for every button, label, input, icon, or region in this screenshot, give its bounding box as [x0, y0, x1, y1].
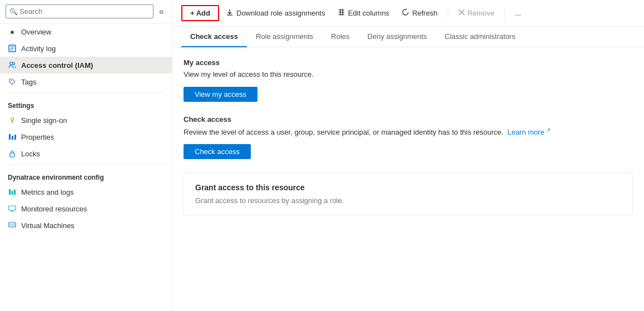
- learn-more-link[interactable]: Learn more ↗: [507, 128, 550, 136]
- check-access-button[interactable]: Check access: [184, 144, 251, 159]
- metrics-logs-icon: [8, 187, 17, 196]
- edit-columns-label: Edit columns: [348, 9, 389, 17]
- svg-rect-17: [10, 224, 14, 226]
- check-access-section: Check access Review the level of access …: [184, 115, 633, 160]
- tab-role-assignments[interactable]: Role assignments: [247, 27, 322, 47]
- overview-icon: ●: [8, 27, 17, 36]
- sidebar-item-activity-log[interactable]: Activity log: [0, 40, 172, 57]
- grant-access-box: Grant access to this resource Grant acce…: [184, 172, 633, 215]
- download-icon: [226, 8, 234, 18]
- toolbar: + Add Download role assignments Edit col…: [172, 0, 644, 27]
- svg-point-4: [10, 62, 13, 65]
- sidebar-item-properties[interactable]: Properties: [0, 129, 172, 145]
- edit-columns-button[interactable]: Edit columns: [332, 6, 395, 21]
- svg-point-5: [13, 62, 15, 65]
- activity-log-icon: [8, 44, 17, 53]
- my-access-description: View my level of access to this resource…: [184, 69, 633, 80]
- grant-access-title: Grant access to this resource: [195, 183, 621, 192]
- search-icon: 🔍: [9, 8, 18, 16]
- sidebar-item-label: Metrics and logs: [21, 188, 74, 196]
- svg-rect-12: [9, 189, 11, 195]
- sidebar-item-label: Single sign-on: [21, 116, 67, 125]
- tab-check-access[interactable]: Check access: [181, 27, 247, 47]
- tab-classic-administrators[interactable]: Classic administrators: [436, 27, 524, 47]
- sidebar-item-label: Overview: [21, 28, 51, 36]
- properties-icon: [8, 132, 17, 141]
- settings-divider: [8, 92, 164, 93]
- edit-columns-icon: [338, 8, 345, 18]
- sidebar-item-locks[interactable]: Locks: [0, 145, 172, 162]
- refresh-label: Refresh: [412, 9, 438, 17]
- svg-rect-13: [12, 191, 13, 195]
- add-button[interactable]: + Add: [181, 5, 219, 21]
- single-sign-on-icon: [8, 116, 17, 125]
- download-role-assignments-button[interactable]: Download role assignments: [220, 6, 331, 21]
- sidebar-item-access-control[interactable]: Access control (IAM): [0, 57, 172, 73]
- svg-rect-15: [9, 206, 16, 210]
- tags-icon: [8, 77, 17, 86]
- collapse-button[interactable]: «: [157, 6, 166, 18]
- check-access-title: Check access: [184, 115, 633, 124]
- svg-rect-14: [14, 190, 16, 195]
- check-access-desc-text: Review the level of access a user, group…: [184, 128, 503, 136]
- remove-label: Remove: [468, 9, 494, 17]
- sidebar-item-label: Monitored resources: [21, 205, 87, 213]
- svg-rect-11: [10, 153, 14, 157]
- dynatrace-divider: [8, 164, 164, 165]
- sidebar-item-single-sign-on[interactable]: Single sign-on: [0, 112, 172, 129]
- learn-more-label: Learn more: [507, 128, 544, 136]
- svg-point-6: [11, 80, 12, 81]
- refresh-button[interactable]: Refresh: [396, 6, 443, 21]
- sidebar-item-tags[interactable]: Tags: [0, 73, 172, 90]
- refresh-icon: [402, 8, 409, 18]
- search-wrapper: 🔍: [6, 4, 153, 18]
- sidebar-item-label: Virtual Machines: [21, 221, 75, 230]
- sidebar-search-bar: 🔍 «: [0, 0, 172, 23]
- toolbar-separator-2: [504, 8, 505, 19]
- remove-icon: [458, 9, 465, 17]
- svg-rect-9: [12, 136, 13, 140]
- locks-icon: [8, 149, 17, 158]
- main-panel: + Add Download role assignments Edit col…: [172, 0, 644, 311]
- svg-rect-8: [9, 134, 11, 140]
- view-my-access-button[interactable]: View my access: [184, 87, 257, 102]
- grant-access-description: Grant access to resources by assigning a…: [195, 196, 621, 205]
- sidebar-item-overview[interactable]: ● Overview: [0, 23, 172, 40]
- monitored-resources-icon: [8, 204, 17, 213]
- sidebar-item-virtual-machines[interactable]: Virtual Machines: [0, 217, 172, 234]
- my-access-section: My access View my level of access to thi…: [184, 58, 633, 102]
- virtual-machines-icon: [8, 221, 17, 230]
- sidebar-item-metrics-logs[interactable]: Metrics and logs: [0, 184, 172, 200]
- sidebar-item-label: Access control (IAM): [21, 61, 93, 70]
- sidebar-item-label: Properties: [21, 133, 54, 141]
- search-input[interactable]: [6, 4, 153, 18]
- external-link-icon: ↗: [544, 127, 551, 133]
- svg-rect-10: [14, 135, 16, 140]
- tabs-bar: Check access Role assignments Roles Deny…: [172, 27, 644, 47]
- svg-point-7: [11, 118, 14, 121]
- settings-section-header: Settings: [0, 95, 172, 112]
- content-area: My access View my level of access to thi…: [172, 47, 644, 311]
- toolbar-separator: [448, 8, 448, 19]
- tab-deny-assignments[interactable]: Deny assignments: [359, 27, 436, 47]
- dynatrace-section-header: Dynatrace environment config: [0, 167, 172, 184]
- check-access-description: Review the level of access a user, group…: [184, 126, 633, 138]
- tab-roles[interactable]: Roles: [322, 27, 358, 47]
- sidebar: 🔍 « ● Overview Activity log Access contr…: [0, 0, 172, 311]
- remove-button[interactable]: Remove: [453, 6, 500, 20]
- sidebar-item-label: Activity log: [21, 45, 56, 53]
- sidebar-item-label: Tags: [21, 78, 36, 86]
- download-label: Download role assignments: [236, 9, 325, 17]
- sidebar-item-label: Locks: [21, 150, 40, 158]
- more-button[interactable]: ...: [509, 6, 527, 20]
- sidebar-item-monitored-resources[interactable]: Monitored resources: [0, 200, 172, 217]
- my-access-title: My access: [184, 58, 633, 67]
- access-control-icon: [8, 61, 17, 70]
